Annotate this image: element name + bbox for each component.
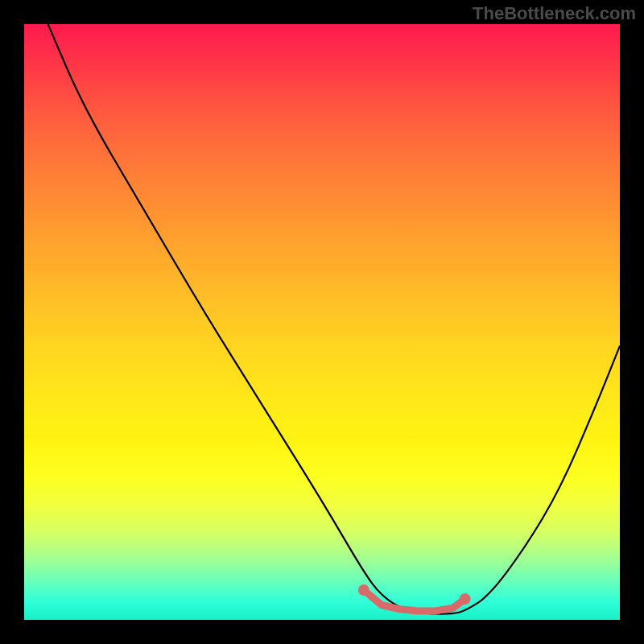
marker-line: [364, 590, 465, 611]
watermark-text: TheBottleneck.com: [473, 3, 636, 24]
marker-dot: [358, 584, 369, 596]
chart-container: TheBottleneck.com: [0, 0, 644, 644]
curve-svg: [24, 24, 620, 620]
marker-dot: [460, 593, 471, 605]
bottleneck-curve: [48, 24, 620, 614]
plot-area: [24, 24, 620, 620]
